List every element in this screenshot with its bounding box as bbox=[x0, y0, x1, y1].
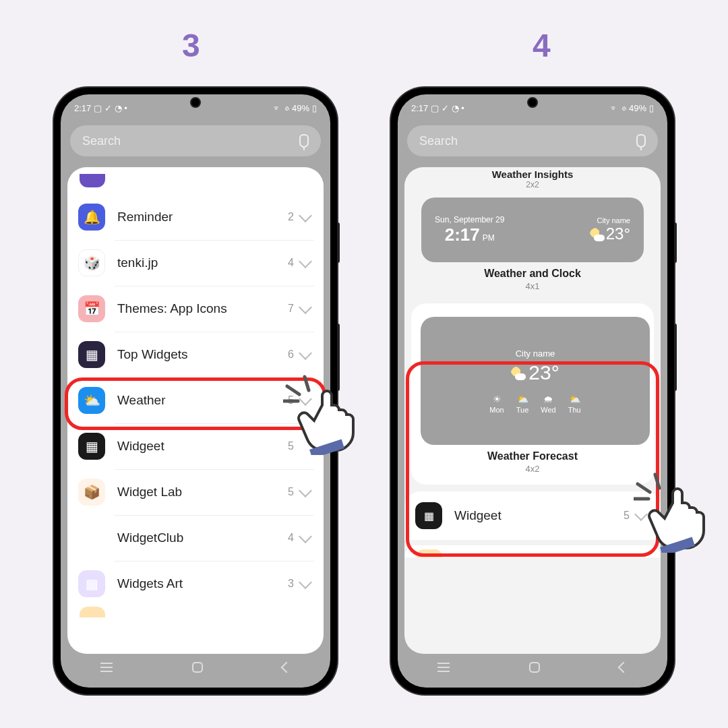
app-icon: ▦ bbox=[415, 502, 442, 529]
app-icon: 🎲 bbox=[78, 249, 105, 276]
mic-icon[interactable] bbox=[636, 134, 646, 148]
row-label: Themes: App Icons bbox=[117, 301, 288, 316]
phone-side-button bbox=[674, 324, 677, 391]
row-label: WidgetClub bbox=[117, 530, 288, 545]
day-weather-icon: ⛅ bbox=[516, 394, 529, 404]
day-weather-icon: ☀ bbox=[489, 394, 504, 404]
chevron-down-icon bbox=[299, 484, 312, 497]
status-battery: 49% bbox=[629, 103, 646, 113]
list-peek-next bbox=[404, 545, 661, 557]
battery-icon: ▯ bbox=[312, 103, 317, 113]
row-count: 2 bbox=[288, 211, 294, 223]
nav-recent-icon[interactable] bbox=[437, 667, 450, 668]
step-number-4: 4 bbox=[533, 27, 551, 64]
status-indicator-icons: ▢ ✓ ◔ • bbox=[94, 103, 127, 113]
day-label: Tue bbox=[516, 406, 529, 414]
widget-weather-and-clock[interactable]: Sun, September 29 2:17PM City name 23° W… bbox=[404, 189, 661, 301]
row-label: Reminder bbox=[117, 210, 288, 224]
mic-icon[interactable] bbox=[299, 134, 309, 148]
preview-temp: 23° bbox=[606, 224, 630, 243]
phone-side-button bbox=[337, 222, 340, 263]
day-label: Wed bbox=[541, 406, 555, 414]
nav-home-icon[interactable] bbox=[192, 662, 203, 673]
weather-icon bbox=[511, 367, 523, 379]
chevron-down-icon bbox=[299, 576, 312, 589]
day-label: Thu bbox=[568, 406, 581, 414]
row-count: 7 bbox=[288, 303, 294, 315]
widget-preview-clock: Sun, September 29 2:17PM City name 23° bbox=[421, 198, 644, 262]
row-label: Widget Lab bbox=[117, 485, 288, 499]
forecast-day: 🌧Wed bbox=[541, 394, 555, 414]
nav-home-icon[interactable] bbox=[529, 662, 540, 673]
app-icon: ▦ bbox=[78, 433, 105, 460]
list-item-widgeet[interactable]: ▦ Widgeet 5 bbox=[404, 491, 661, 540]
preview-date: Sun, September 29 bbox=[435, 215, 504, 224]
list-item-widget-lab[interactable]: 📦Widget Lab5 bbox=[67, 469, 324, 515]
row-count: 5 bbox=[288, 486, 294, 498]
chevron-down-icon bbox=[299, 346, 312, 360]
widget-title: Weather Forecast bbox=[421, 450, 644, 462]
chevron-down-icon bbox=[299, 209, 312, 222]
widget-weather-forecast[interactable]: City name 23° ☀Mon⛅Tue🌧Wed⛅Thu Weather F… bbox=[411, 303, 654, 485]
widget-peek-insights: Weather Insights 2x2 bbox=[404, 167, 661, 189]
app-icon: ▦ bbox=[78, 570, 105, 597]
forecast-day: ⛅Thu bbox=[568, 394, 581, 414]
svg-line-2 bbox=[305, 377, 309, 390]
day-weather-icon: ⛅ bbox=[568, 394, 581, 404]
row-label: Top Widgets bbox=[117, 347, 288, 362]
status-indicator-icons: ▢ ✓ ◔ • bbox=[431, 103, 464, 113]
tap-gesture-icon bbox=[283, 374, 364, 455]
status-signal-icons: ᯤ ⊘ bbox=[273, 103, 289, 113]
phone-side-button bbox=[674, 222, 677, 263]
row-count: 5 bbox=[624, 510, 630, 522]
search-placeholder: Search bbox=[82, 134, 121, 148]
svg-line-6 bbox=[655, 475, 659, 488]
search-input[interactable]: Search bbox=[407, 125, 658, 156]
preview-temp: 23° bbox=[528, 361, 559, 384]
preview-ampm: PM bbox=[483, 233, 495, 243]
forecast-day: ⛅Tue bbox=[516, 394, 529, 414]
day-label: Mon bbox=[489, 406, 504, 414]
nav-recent-icon[interactable] bbox=[100, 667, 113, 668]
app-icon: ▦ bbox=[78, 524, 105, 551]
nav-back-icon[interactable] bbox=[618, 662, 630, 673]
widget-preview-forecast: City name 23° ☀Mon⛅Tue🌧Wed⛅Thu bbox=[421, 317, 650, 445]
app-icon: 🔔 bbox=[78, 204, 105, 231]
widget-title: Weather Insights bbox=[404, 169, 661, 180]
android-navbar bbox=[398, 654, 667, 681]
step-number-3: 3 bbox=[182, 27, 200, 64]
list-peek-previous bbox=[67, 174, 324, 194]
android-navbar bbox=[61, 654, 330, 681]
preview-time: 2:17 bbox=[445, 224, 480, 245]
nav-back-icon[interactable] bbox=[281, 662, 293, 673]
camera-hole bbox=[190, 97, 201, 108]
list-item-reminder[interactable]: 🔔Reminder2 bbox=[67, 194, 324, 240]
screen: 2:17 ▢ ✓ ◔ • ᯤ ⊘ 49% ▯ Search Weather In… bbox=[398, 94, 667, 688]
phone-frame-step4: 2:17 ▢ ✓ ◔ • ᯤ ⊘ 49% ▯ Search Weather In… bbox=[391, 88, 674, 694]
status-time: 2:17 bbox=[411, 103, 428, 113]
widget-title: Weather and Clock bbox=[417, 268, 648, 280]
svg-line-0 bbox=[287, 386, 299, 394]
forecast-day: ☀Mon bbox=[489, 394, 504, 414]
list-item-tenki[interactable]: 🎲tenki.jp4 bbox=[67, 240, 324, 286]
status-time: 2:17 bbox=[74, 103, 91, 113]
widget-size: 4x1 bbox=[417, 281, 648, 291]
app-icon: ▦ bbox=[78, 341, 105, 368]
list-item-widgetclub[interactable]: ▦WidgetClub4 bbox=[67, 515, 324, 561]
list-item-themes[interactable]: 📅Themes: App Icons7 bbox=[67, 286, 324, 332]
chevron-down-icon bbox=[299, 301, 312, 314]
tap-gesture-icon bbox=[634, 472, 715, 553]
row-label: Widgets Art bbox=[117, 576, 288, 591]
status-battery: 49% bbox=[292, 103, 309, 113]
list-item-widgets-art[interactable]: ▦Widgets Art3 bbox=[67, 561, 324, 607]
row-count: 4 bbox=[288, 532, 294, 544]
search-input[interactable]: Search bbox=[70, 125, 321, 156]
day-weather-icon: 🌧 bbox=[541, 394, 555, 404]
chevron-down-icon bbox=[299, 255, 312, 268]
list-peek-next bbox=[67, 607, 324, 621]
camera-hole bbox=[527, 97, 538, 108]
list-item-top-widgets[interactable]: ▦Top Widgets6 bbox=[67, 332, 324, 377]
app-icon: ⛅ bbox=[78, 387, 105, 414]
row-label: Widgeet bbox=[117, 439, 288, 454]
weather-widgets-sheet: Weather Insights 2x2 Sun, September 29 2… bbox=[404, 167, 661, 654]
